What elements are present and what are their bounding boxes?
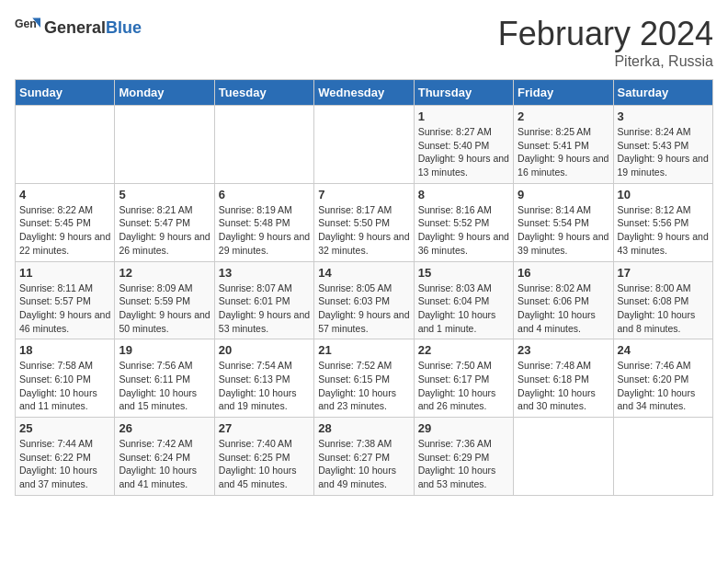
logo-general: General [44, 18, 106, 37]
calendar-cell: 16Sunrise: 8:02 AM Sunset: 6:06 PM Dayli… [514, 261, 613, 339]
calendar-cell [115, 106, 214, 184]
col-header-tuesday: Tuesday [214, 80, 313, 106]
day-detail: Sunrise: 7:46 AM Sunset: 6:20 PM Dayligh… [618, 359, 709, 413]
day-number: 18 [19, 343, 110, 357]
day-detail: Sunrise: 8:11 AM Sunset: 5:57 PM Dayligh… [19, 282, 110, 336]
day-detail: Sunrise: 8:27 AM Sunset: 5:40 PM Dayligh… [418, 125, 509, 179]
day-detail: Sunrise: 7:54 AM Sunset: 6:13 PM Dayligh… [219, 359, 310, 413]
week-row-3: 18Sunrise: 7:58 AM Sunset: 6:10 PM Dayli… [16, 339, 713, 418]
calendar-cell: 23Sunrise: 7:48 AM Sunset: 6:18 PM Dayli… [514, 339, 613, 418]
calendar-cell: 15Sunrise: 8:03 AM Sunset: 6:04 PM Dayli… [414, 261, 513, 339]
day-number: 10 [618, 188, 709, 201]
day-detail: Sunrise: 8:07 AM Sunset: 6:01 PM Dayligh… [219, 282, 310, 336]
day-number: 23 [518, 343, 609, 357]
calendar-cell: 9Sunrise: 8:14 AM Sunset: 5:54 PM Daylig… [514, 183, 613, 261]
calendar-cell: 20Sunrise: 7:54 AM Sunset: 6:13 PM Dayli… [214, 339, 313, 418]
header-row: SundayMondayTuesdayWednesdayThursdayFrid… [16, 80, 713, 106]
day-detail: Sunrise: 8:21 AM Sunset: 5:47 PM Dayligh… [119, 203, 210, 258]
calendar-cell: 13Sunrise: 8:07 AM Sunset: 6:01 PM Dayli… [214, 261, 313, 339]
week-row-1: 4Sunrise: 8:22 AM Sunset: 5:45 PM Daylig… [16, 183, 713, 261]
day-number: 22 [418, 343, 509, 357]
day-detail: Sunrise: 7:44 AM Sunset: 6:22 PM Dayligh… [19, 437, 110, 491]
day-number: 29 [418, 421, 509, 435]
day-number: 6 [219, 188, 310, 201]
day-detail: Sunrise: 7:52 AM Sunset: 6:15 PM Dayligh… [318, 359, 409, 413]
day-number: 25 [19, 421, 110, 435]
calendar-cell [613, 418, 712, 496]
col-header-wednesday: Wednesday [314, 80, 414, 106]
month-title: February 2024 [498, 15, 713, 53]
calendar-cell: 26Sunrise: 7:42 AM Sunset: 6:24 PM Dayli… [115, 418, 214, 496]
day-number: 24 [618, 343, 709, 357]
day-number: 5 [119, 188, 210, 201]
calendar-table: SundayMondayTuesdayWednesdayThursdayFrid… [15, 79, 713, 496]
calendar-cell: 22Sunrise: 7:50 AM Sunset: 6:17 PM Dayli… [414, 339, 513, 418]
week-row-2: 11Sunrise: 8:11 AM Sunset: 5:57 PM Dayli… [16, 261, 713, 339]
day-detail: Sunrise: 7:58 AM Sunset: 6:10 PM Dayligh… [19, 359, 110, 413]
week-row-0: 1Sunrise: 8:27 AM Sunset: 5:40 PM Daylig… [16, 106, 713, 184]
col-header-friday: Friday [514, 80, 613, 106]
day-number: 13 [219, 266, 310, 280]
calendar-cell [314, 106, 414, 184]
title-area: February 2024 Piterka, Russia [498, 15, 713, 70]
day-number: 7 [318, 188, 409, 201]
calendar-cell: 7Sunrise: 8:17 AM Sunset: 5:50 PM Daylig… [314, 183, 414, 261]
calendar-cell: 28Sunrise: 7:38 AM Sunset: 6:27 PM Dayli… [314, 418, 414, 496]
day-number: 21 [318, 343, 409, 357]
calendar-cell: 12Sunrise: 8:09 AM Sunset: 5:59 PM Dayli… [115, 261, 214, 339]
day-detail: Sunrise: 7:40 AM Sunset: 6:25 PM Dayligh… [219, 437, 310, 491]
calendar-cell: 24Sunrise: 7:46 AM Sunset: 6:20 PM Dayli… [613, 339, 712, 418]
day-detail: Sunrise: 7:48 AM Sunset: 6:18 PM Dayligh… [518, 359, 609, 413]
day-number: 17 [618, 266, 709, 280]
day-number: 9 [518, 188, 609, 201]
calendar-cell: 21Sunrise: 7:52 AM Sunset: 6:15 PM Dayli… [314, 339, 414, 418]
col-header-thursday: Thursday [414, 80, 513, 106]
day-detail: Sunrise: 8:19 AM Sunset: 5:48 PM Dayligh… [219, 203, 310, 258]
day-detail: Sunrise: 7:56 AM Sunset: 6:11 PM Dayligh… [119, 359, 210, 413]
calendar-cell: 11Sunrise: 8:11 AM Sunset: 5:57 PM Dayli… [16, 261, 115, 339]
day-number: 26 [119, 421, 210, 435]
day-detail: Sunrise: 8:25 AM Sunset: 5:41 PM Dayligh… [518, 125, 609, 179]
calendar-cell: 2Sunrise: 8:25 AM Sunset: 5:41 PM Daylig… [514, 106, 613, 184]
calendar-cell: 25Sunrise: 7:44 AM Sunset: 6:22 PM Dayli… [16, 418, 115, 496]
calendar-cell: 29Sunrise: 7:36 AM Sunset: 6:29 PM Dayli… [414, 418, 513, 496]
calendar-cell: 1Sunrise: 8:27 AM Sunset: 5:40 PM Daylig… [414, 106, 513, 184]
header: Gen GeneralBlue February 2024 Piterka, R… [15, 15, 713, 70]
svg-text:Gen: Gen [15, 17, 37, 30]
week-row-4: 25Sunrise: 7:44 AM Sunset: 6:22 PM Dayli… [16, 418, 713, 496]
day-detail: Sunrise: 8:03 AM Sunset: 6:04 PM Dayligh… [418, 282, 509, 336]
calendar-cell: 5Sunrise: 8:21 AM Sunset: 5:47 PM Daylig… [115, 183, 214, 261]
col-header-saturday: Saturday [613, 80, 712, 106]
calendar-cell: 4Sunrise: 8:22 AM Sunset: 5:45 PM Daylig… [16, 183, 115, 261]
calendar-cell: 19Sunrise: 7:56 AM Sunset: 6:11 PM Dayli… [115, 339, 214, 418]
day-detail: Sunrise: 8:12 AM Sunset: 5:56 PM Dayligh… [618, 203, 709, 258]
day-number: 15 [418, 266, 509, 280]
day-detail: Sunrise: 8:22 AM Sunset: 5:45 PM Dayligh… [19, 203, 110, 258]
day-number: 2 [518, 109, 609, 123]
day-detail: Sunrise: 8:09 AM Sunset: 5:59 PM Dayligh… [119, 282, 210, 336]
day-number: 19 [119, 343, 210, 357]
day-number: 20 [219, 343, 310, 357]
day-number: 28 [318, 421, 409, 435]
day-number: 14 [318, 266, 409, 280]
calendar-cell: 10Sunrise: 8:12 AM Sunset: 5:56 PM Dayli… [613, 183, 712, 261]
day-detail: Sunrise: 8:14 AM Sunset: 5:54 PM Dayligh… [518, 203, 609, 258]
day-number: 4 [19, 188, 110, 201]
day-detail: Sunrise: 7:42 AM Sunset: 6:24 PM Dayligh… [119, 437, 210, 491]
day-detail: Sunrise: 8:17 AM Sunset: 5:50 PM Dayligh… [318, 203, 409, 258]
calendar-cell: 3Sunrise: 8:24 AM Sunset: 5:43 PM Daylig… [613, 106, 712, 184]
calendar-cell: 14Sunrise: 8:05 AM Sunset: 6:03 PM Dayli… [314, 261, 414, 339]
calendar-cell: 18Sunrise: 7:58 AM Sunset: 6:10 PM Dayli… [16, 339, 115, 418]
col-header-sunday: Sunday [16, 80, 115, 106]
calendar-cell: 27Sunrise: 7:40 AM Sunset: 6:25 PM Dayli… [214, 418, 313, 496]
col-header-monday: Monday [115, 80, 214, 106]
day-detail: Sunrise: 7:38 AM Sunset: 6:27 PM Dayligh… [318, 437, 409, 491]
calendar-cell: 8Sunrise: 8:16 AM Sunset: 5:52 PM Daylig… [414, 183, 513, 261]
day-number: 16 [518, 266, 609, 280]
calendar-cell [514, 418, 613, 496]
day-detail: Sunrise: 8:16 AM Sunset: 5:52 PM Dayligh… [418, 203, 509, 258]
day-number: 8 [418, 188, 509, 201]
day-detail: Sunrise: 8:02 AM Sunset: 6:06 PM Dayligh… [518, 282, 609, 336]
logo-blue: Blue [106, 18, 142, 37]
day-detail: Sunrise: 8:00 AM Sunset: 6:08 PM Dayligh… [618, 282, 709, 336]
